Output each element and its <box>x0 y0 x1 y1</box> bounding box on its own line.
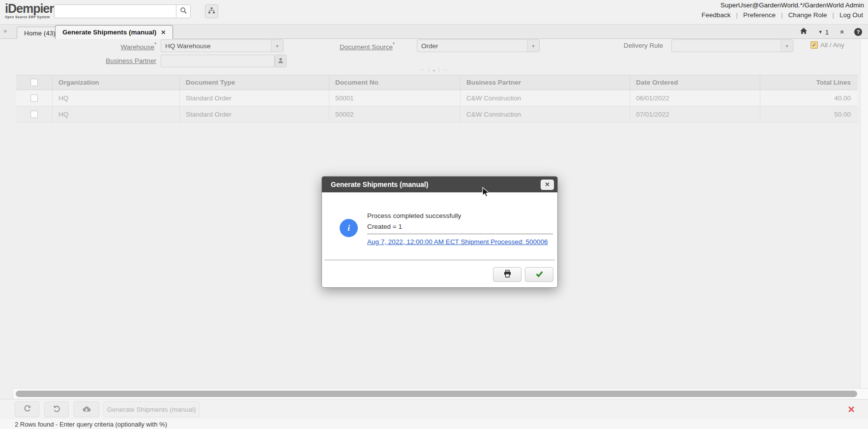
sitemap-icon <box>208 7 215 16</box>
cell-business-partner: C&W Construction <box>461 90 630 106</box>
global-search <box>54 4 191 18</box>
print-button[interactable] <box>493 267 521 282</box>
user-menu: Feedback| Preference| Change Role| Log O… <box>696 11 864 19</box>
all-any-label: All / Any <box>820 41 844 49</box>
dialog-close-icon[interactable]: ✕ <box>541 180 554 190</box>
collapse-header-icon[interactable]: » <box>838 30 845 34</box>
cell-date-ordered: 07/01/2022 <box>630 106 760 122</box>
warehouse-value: HQ Warehouse <box>161 40 271 52</box>
row-checkbox[interactable] <box>30 94 38 102</box>
help-icon[interactable]: ? <box>854 28 862 36</box>
business-partner-lookup-button[interactable] <box>275 55 287 67</box>
dialog-body: i Process completed successfully Created… <box>322 192 557 287</box>
open-windows-dropdown[interactable]: ▼ 1 <box>818 29 829 36</box>
status-text: 2 Rows found - Enter query criteria (opt… <box>15 421 167 428</box>
splitter-collapse-icon[interactable]: ▲ <box>433 68 436 72</box>
refresh-button[interactable] <box>15 401 39 417</box>
column-header-business-partner[interactable]: Business Partner <box>461 75 630 90</box>
top-header: iDempiere Open Source ERP System SuperUs… <box>0 0 868 25</box>
search-button[interactable] <box>176 4 191 18</box>
home-icon[interactable] <box>800 27 808 37</box>
column-header-date-ordered[interactable]: Date Ordered <box>630 75 760 90</box>
business-partner-label: Business Partner <box>59 57 156 64</box>
select-all-checkbox[interactable] <box>30 79 38 86</box>
process-log: Aug 7, 2022, 12:00:00 AM ECT Shipment Pr… <box>367 234 553 246</box>
process-result-dialog: Generate Shipments (manual) ✕ i Process … <box>321 176 558 288</box>
all-any-checkbox[interactable]: ✓ <box>810 41 818 49</box>
red-close-icon <box>847 405 855 415</box>
tab-home-label: Home (43) <box>24 30 56 37</box>
required-marker: * <box>154 42 156 47</box>
cell-total-lines: 40.00 <box>760 90 858 106</box>
undo-icon <box>53 404 61 414</box>
ok-button[interactable] <box>525 267 553 282</box>
orders-table: Organization Document Type Document No B… <box>16 75 858 123</box>
dialog-titlebar[interactable]: Generate Shipments (manual) ✕ <box>322 177 557 192</box>
reset-button[interactable] <box>44 401 69 417</box>
row-checkbox[interactable] <box>30 111 38 118</box>
tab-generate-shipments[interactable]: Generate Shipments (manual) ✕ <box>55 25 173 39</box>
change-role-link[interactable]: Change Role <box>788 11 827 19</box>
column-header-document-type[interactable]: Document Type <box>180 75 329 90</box>
idempiere-app: iDempiere Open Source ERP System SuperUs… <box>0 0 868 429</box>
check-icon <box>535 270 544 279</box>
table-row[interactable]: HQ Standard Order 50002 C&W Construction… <box>16 106 858 123</box>
feedback-link[interactable]: Feedback <box>701 11 730 19</box>
chevron-down-icon: ▾ <box>271 40 283 52</box>
vertical-scrollbar[interactable] <box>860 39 868 388</box>
horizontal-scrollbar-thumb[interactable] <box>16 391 857 397</box>
cell-document-type: Standard Order <box>180 106 329 122</box>
table-row[interactable]: HQ Standard Order 50001 C&W Construction… <box>16 90 858 106</box>
refresh-icon <box>23 404 31 414</box>
export-button[interactable] <box>74 401 99 417</box>
panel-splitter[interactable]: ⋯ ▲ ⋯ <box>0 67 868 73</box>
splitter-divider <box>439 68 439 72</box>
splitter-divider <box>429 68 429 72</box>
cell-document-no: 50001 <box>329 90 461 106</box>
info-icon: i <box>340 219 358 237</box>
dialog-separator <box>324 260 555 260</box>
menu-tree-button[interactable] <box>205 4 218 18</box>
all-any-field: ✓ All / Any <box>810 41 844 49</box>
row-select-cell <box>16 90 53 106</box>
cell-organization: HQ <box>53 106 180 122</box>
global-search-input[interactable] <box>54 4 176 18</box>
logged-in-user: SuperUser@GardenWorld.*/GardenWorld Admi… <box>696 1 864 9</box>
table-header-row: Organization Document Type Document No B… <box>16 75 858 90</box>
select-all-cell <box>16 75 53 90</box>
chevron-down-icon: ▾ <box>781 40 793 52</box>
person-icon <box>277 57 284 65</box>
cell-date-ordered: 06/01/2022 <box>630 90 760 106</box>
process-messages: Process completed successfully Created =… <box>367 212 553 246</box>
warehouse-combobox[interactable]: HQ Warehouse ▾ <box>161 39 284 52</box>
tab-close-icon[interactable]: ✕ <box>161 30 166 35</box>
shipment-log-link[interactable]: Aug 7, 2022, 12:00:00 AM ECT Shipment Pr… <box>367 238 548 245</box>
cell-business-partner: C&W Construction <box>461 106 630 122</box>
row-select-cell <box>16 106 53 122</box>
required-marker: * <box>393 42 395 47</box>
tab-overflow-chevron-icon[interactable]: » <box>3 27 7 34</box>
dialog-footer <box>493 267 553 282</box>
open-windows-count: 1 <box>825 29 829 36</box>
search-icon <box>180 7 187 16</box>
preference-link[interactable]: Preference <box>743 11 776 19</box>
document-source-label: Document Source* <box>300 42 395 51</box>
close-window-button[interactable] <box>844 403 858 417</box>
tab-bar: » Home (43) Generate Shipments (manual) … <box>0 25 868 39</box>
delivery-rule-combobox[interactable]: ▾ <box>671 39 793 52</box>
printer-icon <box>503 270 512 279</box>
document-source-value: Order <box>417 40 527 52</box>
logout-link[interactable]: Log Out <box>839 11 863 19</box>
cell-organization: HQ <box>53 90 180 106</box>
tabbar-actions: ▼ 1 » ? <box>800 27 862 37</box>
generate-shipments-button[interactable]: Generate Shipments (manual) <box>103 401 200 417</box>
document-source-combobox[interactable]: Order ▾ <box>417 39 540 52</box>
business-partner-input[interactable] <box>161 55 275 67</box>
logo-title: iDempiere <box>5 2 60 15</box>
column-header-organization[interactable]: Organization <box>53 75 180 90</box>
menu-separator: | <box>832 11 834 19</box>
menu-separator: | <box>781 11 783 19</box>
column-header-document-no[interactable]: Document No <box>329 75 461 90</box>
column-header-total-lines[interactable]: Total Lines <box>760 75 858 90</box>
horizontal-scrollbar[interactable] <box>13 388 868 399</box>
